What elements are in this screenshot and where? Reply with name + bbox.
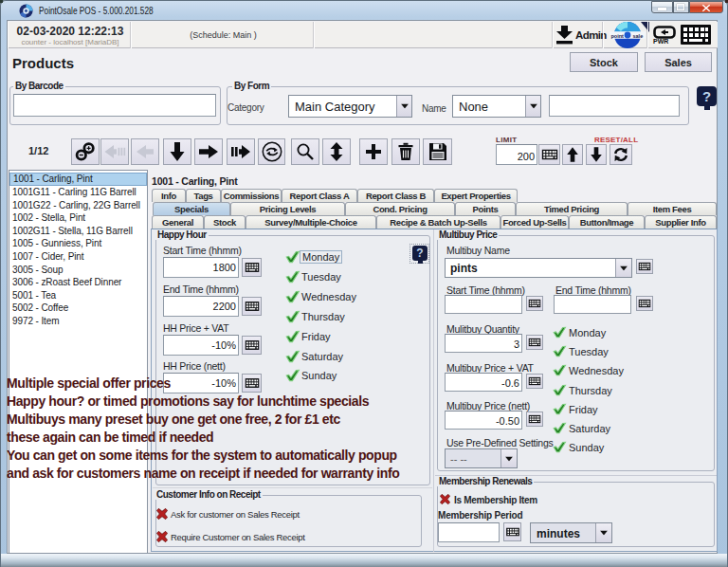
svg-text:point: point bbox=[611, 33, 625, 39]
svg-text:sale: sale bbox=[633, 33, 644, 39]
